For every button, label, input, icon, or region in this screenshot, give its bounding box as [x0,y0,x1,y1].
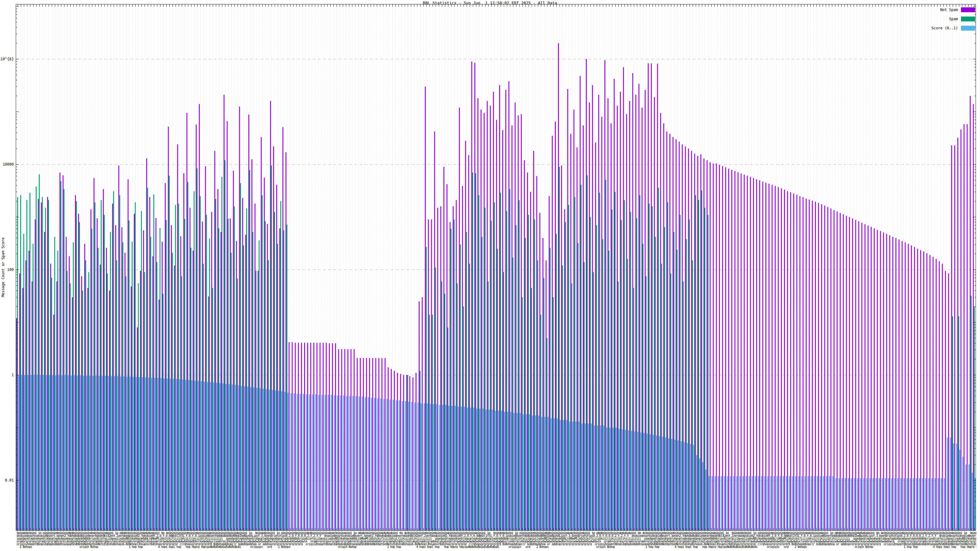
svg-text:100: 100 [7,268,14,272]
legend-label-score: Score (0..1) [931,26,958,30]
x-label-row: 2 Bohops origih Bohop 1 hop hop 4 hops b… [16,546,976,548]
legend-entry-score: Score (0..1) [931,26,975,30]
legend-label-spam: Spam [949,17,958,21]
x-label-row: orgebrgrgrgourgrgebrgrgrgebrgrglubudoneh… [16,540,976,543]
legend-label-not-spam: Not Spam [940,8,958,12]
legend-entry-not-spam: Not Spam [931,7,975,12]
chart-title: RBL Statistics - Sun Jun 1 12:58:02 EDT … [0,1,980,5]
x-label-row: dnobiedeogrbsdnobieBezert.kenen2.Ydbhdbd… [16,535,976,537]
svg-text:0.01: 0.01 [5,478,14,483]
chart-plot-area: 1x10^{6}1000010010.01 [0,0,980,551]
rbl-statistics-chart-page: { "title": "RBL Statistics - Sun Jun 1 1… [0,0,980,551]
y-axis-title: Message Count or Spam Score [1,237,5,297]
x-label-row: 9@2@4@9@3@2@1 1@ @2@2@2@2@9@2@2@2@8@8@2@… [16,532,976,535]
x-axis-tick-labels: 9@2@4@9@3@2@1 1@ @2@2@2@2@9@2@2@2@8@8@2@… [16,532,976,549]
x-label-row: spaobpoblepbodnpnblobpoplepbobpoebpoplep… [16,537,976,540]
svg-text:10000: 10000 [3,162,14,167]
legend-swatch-score-icon [961,26,975,30]
legend-swatch-spam-icon [961,16,975,21]
legend: Not Spam Spam Score (0..1) [931,7,975,30]
legend-swatch-not-spam-icon [961,7,975,12]
svg-text:1: 1 [12,373,14,377]
x-label-row: origin2bnpgnt8bnpn3gbbpbo8gbbhspopgdShdb… [16,543,976,546]
legend-entry-spam: Spam [931,16,975,21]
svg-text:1x10^{6}: 1x10^{6} [0,57,14,61]
